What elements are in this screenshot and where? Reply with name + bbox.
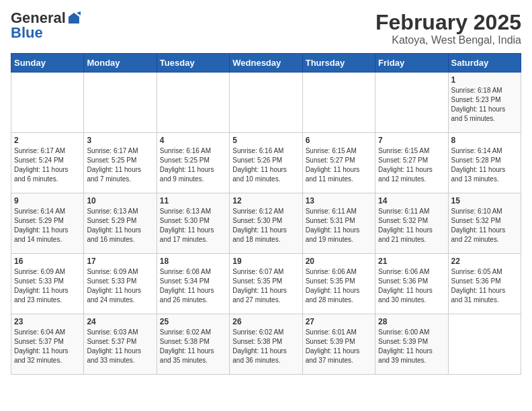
svg-marker-0: [69, 13, 79, 24]
day-number: 27: [306, 317, 372, 326]
day-info: Sunrise: 6:09 AM Sunset: 5:33 PM Dayligh…: [14, 267, 81, 305]
calendar-day-cell: 10Sunrise: 6:13 AM Sunset: 5:29 PM Dayli…: [84, 193, 157, 254]
day-number: 6: [306, 136, 372, 145]
day-number: 28: [378, 317, 445, 326]
day-info: Sunrise: 6:02 AM Sunset: 5:38 PM Dayligh…: [160, 328, 226, 365]
day-number: 21: [378, 257, 445, 266]
day-number: 25: [160, 317, 226, 326]
day-header: Tuesday: [157, 54, 229, 73]
calendar-day-cell: 25Sunrise: 6:02 AM Sunset: 5:38 PM Dayli…: [157, 314, 229, 375]
calendar-day-cell: 4Sunrise: 6:16 AM Sunset: 5:25 PM Daylig…: [157, 133, 229, 193]
day-header: Monday: [84, 54, 157, 73]
day-header: Wednesday: [230, 54, 302, 73]
day-number: 4: [160, 136, 226, 145]
calendar-day-cell: 21Sunrise: 6:06 AM Sunset: 5:36 PM Dayli…: [375, 254, 448, 314]
day-number: 7: [378, 136, 445, 145]
calendar-day-cell: 22Sunrise: 6:05 AM Sunset: 5:36 PM Dayli…: [448, 254, 521, 314]
calendar-title: February 2025: [375, 11, 521, 34]
header: General Blue February 2025 Katoya, West …: [11, 11, 521, 46]
day-info: Sunrise: 6:06 AM Sunset: 5:35 PM Dayligh…: [306, 267, 372, 305]
day-header: Friday: [375, 54, 448, 73]
logo-icon: [67, 11, 81, 25]
day-number: 15: [451, 196, 518, 205]
day-header: Sunday: [11, 54, 84, 73]
day-info: Sunrise: 6:03 AM Sunset: 5:37 PM Dayligh…: [87, 328, 153, 365]
day-header: Saturday: [448, 54, 521, 73]
day-number: 23: [14, 317, 81, 326]
calendar-day-cell: 19Sunrise: 6:07 AM Sunset: 5:35 PM Dayli…: [230, 254, 302, 314]
calendar-day-cell: 17Sunrise: 6:09 AM Sunset: 5:33 PM Dayli…: [84, 254, 157, 314]
day-info: Sunrise: 6:04 AM Sunset: 5:37 PM Dayligh…: [14, 328, 81, 365]
calendar-day-cell: [230, 73, 302, 133]
calendar-day-cell: 14Sunrise: 6:11 AM Sunset: 5:32 PM Dayli…: [375, 193, 448, 254]
calendar-day-cell: [84, 73, 157, 133]
day-info: Sunrise: 6:11 AM Sunset: 5:31 PM Dayligh…: [306, 207, 372, 244]
day-number: 3: [87, 136, 153, 145]
day-info: Sunrise: 6:12 AM Sunset: 5:30 PM Dayligh…: [232, 207, 299, 244]
calendar-week-row: 16Sunrise: 6:09 AM Sunset: 5:33 PM Dayli…: [11, 254, 521, 314]
day-number: 9: [14, 196, 81, 205]
day-info: Sunrise: 6:11 AM Sunset: 5:32 PM Dayligh…: [378, 207, 445, 244]
calendar-day-cell: 18Sunrise: 6:08 AM Sunset: 5:34 PM Dayli…: [157, 254, 229, 314]
day-info: Sunrise: 6:10 AM Sunset: 5:32 PM Dayligh…: [451, 207, 518, 244]
day-number: 17: [87, 257, 153, 266]
svg-marker-1: [77, 11, 81, 15]
calendar-day-cell: 15Sunrise: 6:10 AM Sunset: 5:32 PM Dayli…: [448, 193, 521, 254]
calendar-day-cell: [375, 73, 448, 133]
day-number: 26: [232, 317, 299, 326]
day-info: Sunrise: 6:07 AM Sunset: 5:35 PM Dayligh…: [232, 267, 299, 305]
day-info: Sunrise: 6:09 AM Sunset: 5:33 PM Dayligh…: [87, 267, 153, 305]
calendar-day-cell: 27Sunrise: 6:01 AM Sunset: 5:39 PM Dayli…: [302, 314, 375, 375]
day-info: Sunrise: 6:16 AM Sunset: 5:26 PM Dayligh…: [232, 146, 299, 184]
day-number: 24: [87, 317, 153, 326]
calendar-day-cell: [11, 73, 84, 133]
logo-general: General: [11, 11, 66, 26]
day-header: Thursday: [302, 54, 375, 73]
calendar-subtitle: Katoya, West Bengal, India: [375, 34, 521, 46]
day-info: Sunrise: 6:13 AM Sunset: 5:29 PM Dayligh…: [87, 207, 153, 244]
calendar-day-cell: 7Sunrise: 6:15 AM Sunset: 5:27 PM Daylig…: [375, 133, 448, 193]
calendar-day-cell: 1Sunrise: 6:18 AM Sunset: 5:23 PM Daylig…: [448, 73, 521, 133]
day-number: 14: [378, 196, 445, 205]
day-info: Sunrise: 6:13 AM Sunset: 5:30 PM Dayligh…: [160, 207, 226, 244]
day-number: 18: [160, 257, 226, 266]
day-number: 19: [232, 257, 299, 266]
calendar-body: 1Sunrise: 6:18 AM Sunset: 5:23 PM Daylig…: [11, 73, 521, 375]
calendar-week-row: 1Sunrise: 6:18 AM Sunset: 5:23 PM Daylig…: [11, 73, 521, 133]
calendar-week-row: 23Sunrise: 6:04 AM Sunset: 5:37 PM Dayli…: [11, 314, 521, 375]
calendar-day-cell: 12Sunrise: 6:12 AM Sunset: 5:30 PM Dayli…: [230, 193, 302, 254]
day-number: 2: [14, 136, 81, 145]
day-number: 20: [306, 257, 372, 266]
calendar-day-cell: 13Sunrise: 6:11 AM Sunset: 5:31 PM Dayli…: [302, 193, 375, 254]
logo-blue: Blue: [11, 26, 43, 40]
calendar-day-cell: 9Sunrise: 6:14 AM Sunset: 5:29 PM Daylig…: [11, 193, 84, 254]
day-info: Sunrise: 6:17 AM Sunset: 5:25 PM Dayligh…: [87, 146, 153, 184]
calendar-day-cell: 3Sunrise: 6:17 AM Sunset: 5:25 PM Daylig…: [84, 133, 157, 193]
day-number: 11: [160, 196, 226, 205]
calendar-week-row: 2Sunrise: 6:17 AM Sunset: 5:24 PM Daylig…: [11, 133, 521, 193]
day-number: 22: [451, 257, 518, 266]
calendar-day-cell: 26Sunrise: 6:02 AM Sunset: 5:38 PM Dayli…: [230, 314, 302, 375]
title-area: February 2025 Katoya, West Bengal, India: [375, 11, 521, 46]
calendar-day-cell: 24Sunrise: 6:03 AM Sunset: 5:37 PM Dayli…: [84, 314, 157, 375]
calendar-week-row: 9Sunrise: 6:14 AM Sunset: 5:29 PM Daylig…: [11, 193, 521, 254]
calendar-day-cell: 23Sunrise: 6:04 AM Sunset: 5:37 PM Dayli…: [11, 314, 84, 375]
calendar-day-cell: 5Sunrise: 6:16 AM Sunset: 5:26 PM Daylig…: [230, 133, 302, 193]
day-info: Sunrise: 6:00 AM Sunset: 5:39 PM Dayligh…: [378, 328, 445, 365]
day-info: Sunrise: 6:05 AM Sunset: 5:36 PM Dayligh…: [451, 267, 518, 305]
calendar-day-cell: 6Sunrise: 6:15 AM Sunset: 5:27 PM Daylig…: [302, 133, 375, 193]
calendar-header-row: SundayMondayTuesdayWednesdayThursdayFrid…: [11, 54, 521, 73]
calendar-day-cell: 8Sunrise: 6:14 AM Sunset: 5:28 PM Daylig…: [448, 133, 521, 193]
day-info: Sunrise: 6:16 AM Sunset: 5:25 PM Dayligh…: [160, 146, 226, 184]
day-info: Sunrise: 6:17 AM Sunset: 5:24 PM Dayligh…: [14, 146, 81, 184]
day-info: Sunrise: 6:06 AM Sunset: 5:36 PM Dayligh…: [378, 267, 445, 305]
calendar-table: SundayMondayTuesdayWednesdayThursdayFrid…: [11, 53, 521, 375]
calendar-day-cell: 2Sunrise: 6:17 AM Sunset: 5:24 PM Daylig…: [11, 133, 84, 193]
day-info: Sunrise: 6:02 AM Sunset: 5:38 PM Dayligh…: [232, 328, 299, 365]
day-number: 16: [14, 257, 81, 266]
day-number: 5: [232, 136, 299, 145]
calendar-day-cell: 28Sunrise: 6:00 AM Sunset: 5:39 PM Dayli…: [375, 314, 448, 375]
calendar-day-cell: 11Sunrise: 6:13 AM Sunset: 5:30 PM Dayli…: [157, 193, 229, 254]
day-info: Sunrise: 6:14 AM Sunset: 5:28 PM Dayligh…: [451, 146, 518, 184]
logo: General Blue: [11, 11, 81, 40]
